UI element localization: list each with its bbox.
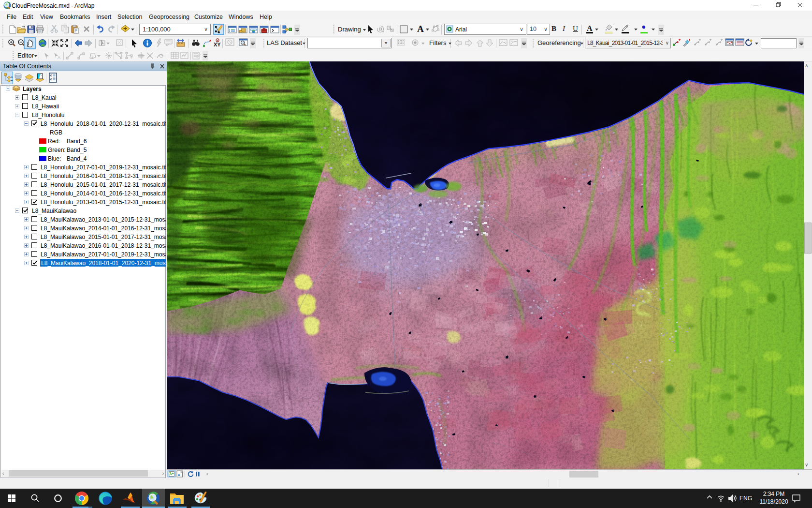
- svg-text:A: A: [587, 24, 593, 32]
- svg-text:XY: XY: [214, 42, 221, 47]
- svg-text:A: A: [58, 55, 60, 60]
- svg-text:A: A: [417, 24, 424, 34]
